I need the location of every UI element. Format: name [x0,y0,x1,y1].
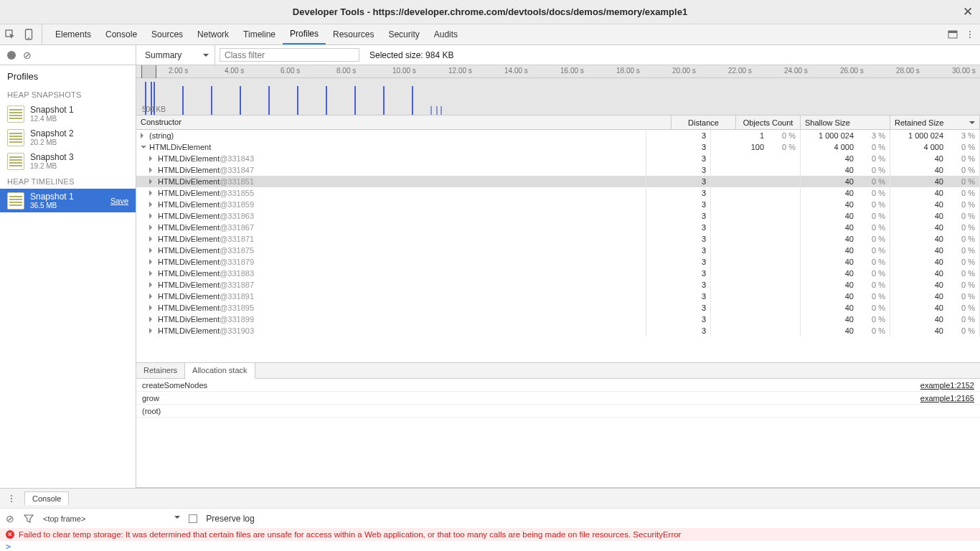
save-link[interactable]: Save [110,197,128,205]
drawer-tab-console[interactable]: Console [24,491,69,505]
tab-resources[interactable]: Resources [326,24,381,44]
ruler-tick: 18.00 s [616,67,640,75]
objects-grid: Constructor Distance Objects Count Shall… [136,116,980,363]
frame-select[interactable]: <top frame> [43,514,180,523]
preserve-log-label: Preserve log [206,514,254,524]
object-row[interactable]: HTMLDivElement @3318953400 %400 % [136,302,980,314]
object-row[interactable]: HTMLDivElement @3318633400 %400 % [136,210,980,222]
disclosure-icon[interactable] [141,133,146,138]
heap-snapshots-section: HEAP SNAPSHOTS [0,86,136,102]
snapshot-size: 20.2 MB [30,138,74,146]
console-area: ✕ Failed to clear temp storage: It was d… [0,528,980,551]
console-error-line[interactable]: ✕ Failed to clear temp storage: It was d… [0,528,980,541]
object-row[interactable]: HTMLDivElement @3318793400 %400 % [136,256,980,268]
object-row[interactable]: HTMLDivElement @3318993400 %400 % [136,314,980,325]
disclosure-icon[interactable] [149,236,155,242]
object-row[interactable]: HTMLDivElement @3318913400 %400 % [136,291,980,302]
disclosure-icon[interactable] [149,190,155,196]
disclosure-icon[interactable] [149,305,155,311]
preserve-log-checkbox[interactable] [189,514,197,523]
close-icon[interactable]: ✕ [963,4,973,19]
allocation-bar [430,106,432,115]
disclosure-icon[interactable] [141,146,146,151]
disclosure-icon[interactable] [149,167,155,173]
stack-row[interactable]: createSomeNodesexample1:2152 [136,379,980,392]
object-row[interactable]: HTMLDivElement @3318713400 %400 % [136,233,980,245]
dock-icon[interactable] [947,29,958,40]
snapshot-item[interactable]: Snapshot 220.2 MB [0,126,136,149]
object-row[interactable]: HTMLDivElement @3318553400 %400 % [136,187,980,199]
tab-console[interactable]: Console [98,24,144,44]
disclosure-icon[interactable] [149,225,155,230]
object-row[interactable]: HTMLDivElement @3318873400 %400 % [136,279,980,291]
object-row[interactable]: HTMLDivElement31000 %4 0000 %4 0000 % [136,141,980,153]
stack-row[interactable]: growexample1:2165 [136,392,980,405]
col-retained[interactable]: Retained Size [890,116,980,129]
snapshot-item[interactable]: Snapshot 136.5 MBSave [0,189,136,212]
tab-security[interactable]: Security [381,24,426,44]
disclosure-icon[interactable] [149,202,155,207]
disclosure-icon[interactable] [149,179,155,184]
ruler-tick: 28.00 s [896,67,920,75]
object-row[interactable]: HTMLDivElement @3318673400 %400 % [136,222,980,233]
snapshot-name: Snapshot 2 [30,128,74,138]
kebab-icon[interactable] [964,31,976,38]
col-constructor[interactable]: Constructor [136,116,672,129]
tab-profiles[interactable]: Profiles [283,24,326,44]
disclosure-icon[interactable] [149,156,155,161]
tab-timeline[interactable]: Timeline [236,24,283,44]
disclosure-icon[interactable] [149,248,155,253]
stack-location[interactable]: example1:2165 [920,394,974,402]
drawer-toolbar: Console [0,488,980,508]
disclosure-icon[interactable] [149,213,155,219]
disclosure-icon[interactable] [149,293,155,299]
allocation-timeline[interactable]: 2.00 s4.00 s6.00 s8.00 s10.00 s12.00 s14… [136,65,980,116]
object-row[interactable]: HTMLDivElement @3318833400 %400 % [136,268,980,279]
stack-fn: (root) [142,407,161,415]
disclosure-icon[interactable] [149,316,155,322]
view-select[interactable]: Summary [136,45,215,65]
object-row[interactable]: HTMLDivElement @3318753400 %400 % [136,245,980,256]
object-row[interactable]: HTMLDivElement @3318473400 %400 % [136,164,980,176]
tab-allocation-stack[interactable]: Allocation stack [185,363,255,379]
disclosure-icon[interactable] [149,282,155,288]
object-row[interactable]: HTMLDivElement @3318593400 %400 % [136,199,980,210]
tab-retainers[interactable]: Retainers [136,363,185,378]
tab-elements[interactable]: Elements [48,24,98,44]
object-row[interactable]: HTMLDivElement @3319033400 %400 % [136,325,980,336]
col-objects[interactable]: Objects Count [736,116,801,129]
ruler-tick: 14.00 s [504,67,528,75]
selection-region[interactable] [141,65,156,78]
filter-icon[interactable] [23,513,34,524]
window-title: Developer Tools - https://developer.chro… [293,6,687,17]
snapshot-size: 19.2 MB [30,162,74,170]
device-icon[interactable] [23,29,34,40]
console-clear-icon[interactable] [6,513,14,524]
col-distance[interactable]: Distance [672,116,736,129]
col-shallow[interactable]: Shallow Size [801,116,890,129]
stack-location[interactable]: example1:2152 [920,381,974,390]
clear-icon[interactable] [23,50,32,61]
snapshot-item[interactable]: Snapshot 112.4 MB [0,102,136,126]
inspect-icon[interactable] [4,29,16,40]
snapshot-name: Snapshot 1 [30,192,74,202]
snapshot-size: 36.5 MB [30,202,74,209]
class-filter-input[interactable] [220,48,359,62]
tab-sources[interactable]: Sources [144,24,190,44]
record-icon[interactable] [7,51,16,60]
disclosure-icon[interactable] [149,270,155,276]
tab-network[interactable]: Network [190,24,236,44]
drawer-kebab-icon[interactable] [6,495,17,502]
object-row[interactable]: HTMLDivElement @3318433400 %400 % [136,153,980,164]
console-prompt[interactable]: > [0,541,980,551]
disclosure-icon[interactable] [149,328,155,334]
disclosure-icon[interactable] [149,259,155,265]
object-row[interactable]: (string)310 %1 000 0243 %1 000 0243 % [136,130,980,141]
ruler-tick: 24.00 s [784,67,808,75]
snapshot-item[interactable]: Snapshot 319.2 MB [0,149,136,173]
stack-row[interactable]: (root) [136,405,980,418]
object-row[interactable]: HTMLDivElement @3318513400 %400 % [136,176,980,187]
allocation-bar [326,86,327,115]
tab-audits[interactable]: Audits [427,24,465,44]
window-titlebar: Developer Tools - https://developer.chro… [0,0,980,24]
